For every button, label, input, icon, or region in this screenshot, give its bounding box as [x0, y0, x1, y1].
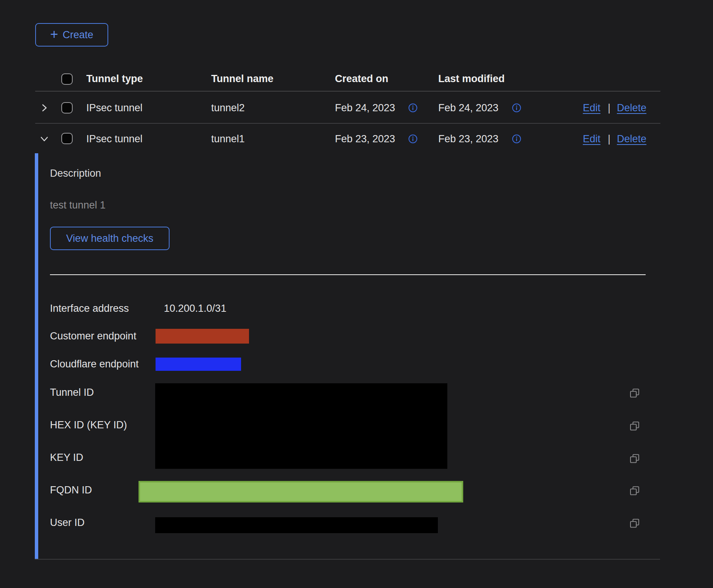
user-id-redaction [155, 517, 438, 533]
copy-icon [629, 420, 640, 432]
view-health-checks-label: View health checks [66, 233, 154, 244]
copy-icon [629, 518, 640, 529]
last-modified-cell: Feb 23, 2023 [438, 134, 498, 144]
copy-fqdn-id-button[interactable] [629, 485, 640, 496]
column-header-tunnel-name: Tunnel name [211, 74, 274, 84]
created-on-cell: Feb 24, 2023 [335, 103, 395, 113]
id-values-redaction [155, 383, 447, 469]
description-label: Description [50, 168, 101, 179]
created-on-info-button[interactable] [408, 134, 418, 144]
copy-tunnel-id-button[interactable] [629, 387, 640, 399]
column-header-created-on: Created on [335, 74, 388, 84]
panel-bottom-divider [35, 559, 660, 560]
info-icon [408, 103, 418, 113]
tunnel-type-cell: IPsec tunnel [86, 134, 143, 144]
header-divider [35, 91, 660, 92]
row-checkbox[interactable] [61, 102, 73, 114]
customer-endpoint-redaction [156, 329, 249, 344]
copy-user-id-button[interactable] [629, 518, 640, 529]
info-icon [512, 134, 522, 144]
create-button-label: Create [62, 29, 93, 41]
created-on-cell: Feb 23, 2023 [335, 134, 395, 144]
copy-icon [629, 453, 640, 464]
key-id-label: KEY ID [50, 453, 83, 463]
tunnel-type-cell: IPsec tunnel [86, 103, 143, 113]
fqdn-id-label: FQDN ID [50, 485, 92, 495]
create-button[interactable]: + Create [35, 23, 108, 47]
cloudflare-endpoint-label: Cloudflare endpoint [50, 359, 139, 369]
interface-address-value: 10.200.1.0/31 [164, 303, 226, 314]
delete-link[interactable]: Delete [617, 134, 646, 144]
cloudflare-endpoint-redaction [156, 358, 241, 371]
copy-icon [629, 485, 640, 496]
copy-hex-id-button[interactable] [629, 420, 640, 432]
user-id-label: User ID [50, 518, 85, 528]
view-health-checks-button[interactable]: View health checks [50, 227, 170, 250]
delete-link[interactable]: Delete [617, 103, 646, 113]
collapse-row-button[interactable] [39, 133, 50, 145]
copy-icon [629, 387, 640, 399]
tunnel-name-cell: tunnel1 [211, 134, 245, 144]
customer-endpoint-label: Customer endpoint [50, 331, 136, 341]
description-value: test tunnel 1 [50, 200, 106, 210]
created-on-info-button[interactable] [408, 103, 418, 113]
select-all-checkbox[interactable] [61, 73, 73, 85]
chevron-down-icon [39, 133, 50, 145]
hex-id-label: HEX ID (KEY ID) [50, 420, 127, 430]
edit-link[interactable]: Edit [583, 134, 601, 144]
row-checkbox[interactable] [61, 133, 73, 144]
fqdn-id-redaction [139, 481, 463, 502]
last-modified-cell: Feb 24, 2023 [438, 103, 498, 113]
interface-address-label: Interface address [50, 303, 129, 314]
info-icon [408, 134, 418, 144]
column-header-last-modified: Last modified [438, 74, 505, 84]
section-divider [50, 274, 646, 275]
action-separator: | [608, 103, 610, 113]
tunnels-page: + Create Tunnel type Tunnel name Created… [0, 0, 713, 588]
last-modified-info-button[interactable] [512, 134, 522, 144]
expansion-accent-bar [35, 153, 38, 559]
action-separator: | [608, 134, 610, 144]
edit-link[interactable]: Edit [583, 103, 601, 113]
expand-row-button[interactable] [39, 102, 50, 114]
row-divider [35, 123, 660, 124]
chevron-right-icon [39, 102, 50, 114]
column-header-tunnel-type: Tunnel type [86, 74, 143, 84]
last-modified-info-button[interactable] [512, 103, 522, 113]
tunnel-name-cell: tunnel2 [211, 103, 245, 113]
info-icon [512, 103, 522, 113]
tunnel-id-label: Tunnel ID [50, 387, 94, 398]
copy-key-id-button[interactable] [629, 453, 640, 464]
